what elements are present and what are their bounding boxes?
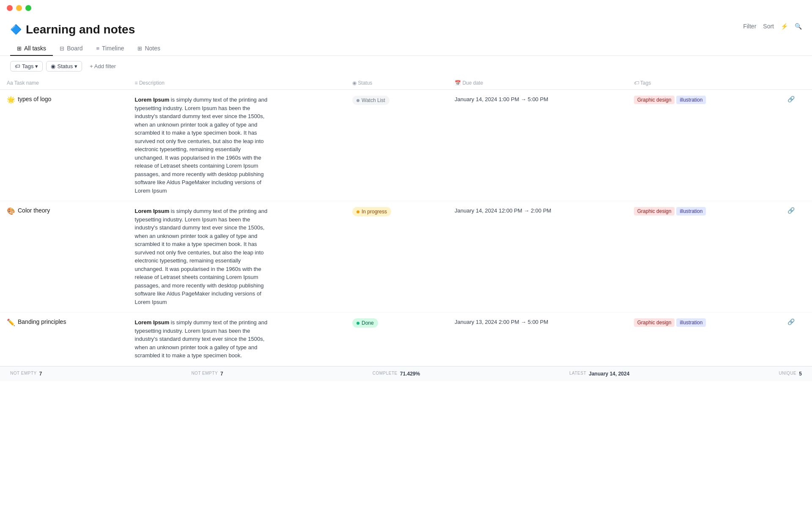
col-task-icon: Aa [7,80,14,86]
status-label-row1: Watch List [362,97,385,103]
tag-graphic-row3: Graphic design [634,318,675,327]
tags-row1: Graphic design illustration [634,96,774,104]
col-desc-icon: ≡ [135,80,139,86]
table-row: ✏️ Banding principles Lorem Ipsum is sim… [0,312,812,366]
col-due-icon: 📅 [455,80,462,86]
desc-rest-row2: is simply dummy text of the printing and… [135,208,268,305]
filter-bar: 🏷 Tags ▾ ◉ Status ▾ + Add filter [0,56,812,77]
tags-filter-chevron: ▾ [35,63,38,69]
minimize-button[interactable] [16,5,22,11]
status-label-row3: Done [362,320,374,326]
tab-timeline-icon: ≡ [96,45,99,52]
footer-not-empty-value-2: 7 [220,371,223,377]
bolt-icon[interactable]: ⚡ [781,23,788,30]
status-filter-icon: ◉ [51,63,55,69]
filter-button[interactable]: Filter [743,23,756,30]
footer-unique-label: UNIQUE [779,371,796,377]
task-emoji-row3: ✏️ [7,318,15,326]
tab-notes[interactable]: ⊞ Notes [131,41,167,56]
tags-row2: Graphic design illustration [634,207,774,215]
table-header: Aa Task name ≡ Description ◉ Status 📅 Du… [0,77,812,90]
task-name-row3: ✏️ Banding principles [7,318,121,326]
description-cell-row2: Lorem Ipsum is simply dummy text of the … [128,201,346,312]
col-status-icon: ◉ [352,80,358,86]
status-cell-row2: In progress [346,201,448,312]
tag-graphic-row2: Graphic design [634,207,675,215]
task-name-cell-row2: 🎨 Color theory [0,201,128,312]
footer-stat-unique: UNIQUE 5 [779,371,802,377]
tasks-table-wrapper: Aa Task name ≡ Description ◉ Status 📅 Du… [0,77,812,366]
search-icon[interactable]: 🔍 [795,23,802,30]
tab-all-tasks-icon: ⊞ [17,45,22,52]
desc-bold-row3: Lorem Ipsum [135,319,170,326]
footer-stat-latest: LATEST January 14, 2024 [569,371,629,377]
col-header-description: ≡ Description [128,77,346,90]
tags-cell-row2: Graphic design illustration [627,201,781,312]
due-date-row1: January 14, 2024 1:00 PM → 5:00 PM [455,96,548,102]
link-icon-row3: 🔗 [787,318,795,325]
table-row: 🎨 Color theory Lorem Ipsum is simply dum… [0,201,812,312]
status-filter[interactable]: ◉ Status ▾ [46,61,82,72]
table-body: 🌟 types of logo Lorem Ipsum is simply du… [0,90,812,366]
tab-board[interactable]: ⊟ Board [53,41,89,56]
tasks-table: Aa Task name ≡ Description ◉ Status 📅 Du… [0,77,812,366]
tab-notes-icon: ⊞ [137,45,142,52]
footer-unique-value: 5 [799,371,802,377]
task-name-cell: 🌟 types of logo [0,90,128,201]
link-cell-row1: 🔗 [781,90,812,201]
description-cell-row3: Lorem Ipsum is simply dummy text of the … [128,312,346,366]
status-dot-row1 [357,99,359,102]
tab-notes-label: Notes [145,45,160,52]
task-name-row1: 🌟 types of logo [7,96,121,104]
maximize-button[interactable] [25,5,31,11]
tab-all-tasks[interactable]: ⊞ All tasks [10,41,53,56]
app-logo-icon: 🔷 [10,24,22,35]
due-date-cell-row3: January 13, 2024 2:00 PM → 5:00 PM [448,312,627,366]
desc-bold-row2: Lorem Ipsum [135,208,170,214]
col-header-tags: 🏷 Tags [627,77,781,90]
tab-timeline-label: Timeline [102,45,124,52]
task-name-cell-row3: ✏️ Banding principles [0,312,128,366]
tags-row3: Graphic design illustration [634,318,774,327]
tags-filter-label: Tags [22,63,33,69]
footer-not-empty-label-2: NOT EMPTY [191,371,218,377]
link-cell-row2: 🔗 [781,201,812,312]
tag-illustration-row1: illustration [676,96,706,104]
footer-not-empty-label-1: NOT EMPTY [10,371,37,377]
task-emoji-row2: 🎨 [7,207,15,215]
status-badge-row3: Done [352,318,378,328]
sort-button[interactable]: Sort [763,23,774,30]
page-title: Learning and notes [26,23,135,36]
desc-bold-row1: Lorem Ipsum [135,97,170,103]
app-title-area: 🔷 Learning and notes [10,23,135,36]
col-header-link [781,77,812,90]
tags-filter[interactable]: 🏷 Tags ▾ [10,61,43,72]
status-dot-row2 [357,210,359,213]
table-footer: NOT EMPTY 7 NOT EMPTY 7 COMPLETE 71.429%… [0,366,812,381]
tab-timeline[interactable]: ≡ Timeline [89,41,131,56]
due-date-row3: January 13, 2024 2:00 PM → 5:00 PM [455,319,548,325]
tag-graphic-row1: Graphic design [634,96,675,104]
task-label-row1: types of logo [18,96,51,102]
status-cell-row1: Watch List [346,90,448,201]
due-date-cell-row1: January 14, 2024 1:00 PM → 5:00 PM [448,90,627,201]
close-button[interactable] [7,5,13,11]
col-header-due-date: 📅 Due date [448,77,627,90]
tag-illustration-row3: illustration [676,318,706,327]
header-actions: Filter Sort ⚡ 🔍 [743,23,802,30]
tags-cell-row1: Graphic design illustration [627,90,781,201]
description-row3: Lorem Ipsum is simply dummy text of the … [135,318,270,360]
status-dot-row3 [357,322,359,325]
tags-cell-row3: Graphic design illustration [627,312,781,366]
add-filter-button[interactable]: + Add filter [85,61,120,71]
window-chrome [0,0,812,16]
tag-illustration-row2: illustration [676,207,706,215]
task-label-row2: Color theory [18,207,50,214]
footer-stat-not-empty-2: NOT EMPTY 7 [191,371,223,377]
footer-complete-value: 71.429% [400,371,420,377]
desc-rest-row1: is simply dummy text of the printing and… [135,97,268,194]
status-label-row2: In progress [362,209,387,215]
task-emoji-row1: 🌟 [7,96,15,104]
footer-latest-label: LATEST [569,371,586,377]
link-icon-row2: 🔗 [787,207,795,214]
